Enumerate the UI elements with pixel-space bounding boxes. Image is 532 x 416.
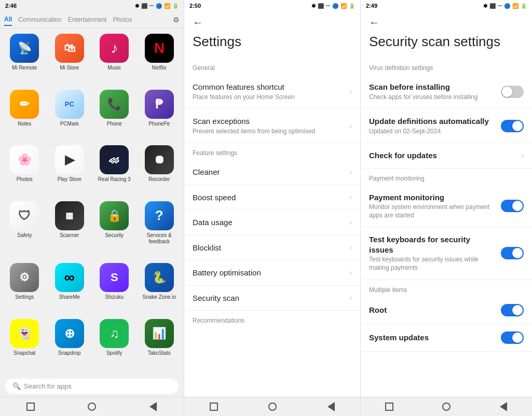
security-item-text: Test keyboards for security issues Test … xyxy=(369,234,496,272)
app-snake[interactable]: 🐍 Snake Zone.io xyxy=(139,263,180,315)
app-label-scanner: Scanner xyxy=(60,232,79,239)
toggle-knob xyxy=(512,201,523,211)
app-label-spotify: Spotify xyxy=(106,350,122,356)
settings-icon[interactable]: ⚙ xyxy=(173,16,180,24)
app-icon-safety: 🛡 xyxy=(10,201,39,230)
nav-back-button[interactable] xyxy=(148,401,158,412)
security-root: Root xyxy=(361,297,532,324)
search-bar[interactable]: 🔍 Search for apps xyxy=(5,379,179,394)
app-phonepe[interactable]: ₱ PhonePe xyxy=(139,90,180,142)
tab-communication[interactable]: Communication xyxy=(18,14,61,25)
settings-boost-speed[interactable]: Boost speed › xyxy=(184,185,360,211)
security-item-text: Payment monitoring Monitor system enviro… xyxy=(369,192,496,220)
security-content: ← Security scan settings Virus definitio… xyxy=(361,11,532,397)
app-safety[interactable]: 🛡 Safety xyxy=(4,201,45,259)
back-button-security[interactable]: ← xyxy=(361,11,532,31)
app-phone[interactable]: 📞 Phone xyxy=(94,90,135,142)
settings-data-usage[interactable]: Data usage › xyxy=(184,210,360,235)
settings-cleaner[interactable]: Cleaner › xyxy=(184,160,360,185)
settings-battery-optimisation[interactable]: Battery optimisation › xyxy=(184,260,360,286)
app-icon-phonepe: ₱ xyxy=(145,90,174,119)
nav-home-button-2[interactable] xyxy=(267,401,278,412)
tab-entertainment[interactable]: Entertainment xyxy=(68,14,107,25)
bottom-nav-1 xyxy=(0,397,184,416)
app-takostats[interactable]: 📊 TakoStats xyxy=(139,319,180,371)
app-mi-store[interactable]: 🛍 Mi Store xyxy=(49,34,90,86)
app-label-pcmark: PCMark xyxy=(60,121,79,127)
app-mi-remote[interactable]: 📡 Mi Remote xyxy=(4,34,45,86)
settings-item-subtitle: Place features on your Home Screen xyxy=(193,93,349,102)
app-label-services: Services & feedback xyxy=(139,232,180,245)
app-tabs: All Communication Entertainment Photos ⚙ xyxy=(0,11,184,29)
app-shareme[interactable]: ∞ ShareMe xyxy=(49,263,90,315)
nav-square-button-3[interactable] xyxy=(384,401,394,412)
panel-settings: 2:50 ✱⬛··· 🔵📶🔋 ← Settings General Common… xyxy=(184,0,361,416)
nav-square-button[interactable] xyxy=(25,401,36,412)
app-playstore[interactable]: ▶ Play Store xyxy=(49,145,90,197)
security-update-definitions: Update definitions automatically Updated… xyxy=(361,109,532,143)
toggle-test-keyboards[interactable] xyxy=(501,247,524,259)
toggle-payment-monitoring[interactable] xyxy=(501,200,524,212)
security-item-text: System updates xyxy=(369,332,496,343)
app-realracing[interactable]: 🏎 Real Racing 3 xyxy=(94,145,135,197)
app-icon-shizuku: S xyxy=(100,263,129,292)
app-spotify[interactable]: ♫ Spotify xyxy=(94,319,135,371)
app-icon-settings: ⚙ xyxy=(10,263,39,292)
security-item-subtitle: Test keyboards for security issues while… xyxy=(369,256,496,272)
app-icon-pcmark: PC xyxy=(55,90,84,119)
toggle-root[interactable] xyxy=(501,304,524,316)
app-music[interactable]: ♪ Music xyxy=(94,34,135,86)
nav-square-button-2[interactable] xyxy=(209,401,219,412)
toggle-scan-before-install[interactable] xyxy=(501,86,524,98)
app-label-realracing: Real Racing 3 xyxy=(98,176,131,183)
app-security[interactable]: 🔒 Security xyxy=(94,201,135,259)
app-settings[interactable]: ⚙ Settings xyxy=(4,263,45,315)
app-icon-netflix: N xyxy=(145,34,174,63)
search-placeholder: Search for apps xyxy=(24,382,72,390)
toggle-update-definitions[interactable] xyxy=(501,120,524,132)
app-services[interactable]: ? Services & feedback xyxy=(139,201,180,259)
toggle-system-updates[interactable] xyxy=(501,331,524,344)
toggle-knob xyxy=(512,121,523,131)
settings-common-features[interactable]: Common features shortcut Place features … xyxy=(184,75,360,109)
nav-back-button-3[interactable] xyxy=(498,401,509,412)
app-icon-phone: 📞 xyxy=(100,90,129,119)
app-notes[interactable]: ✏ Notes xyxy=(4,90,45,142)
security-item-subtitle: Updated on 02-Sept-2024 xyxy=(369,128,496,136)
app-photos[interactable]: 🌸 Photos xyxy=(4,145,45,197)
back-button-settings[interactable]: ← xyxy=(184,11,360,31)
nav-back-button-2[interactable] xyxy=(326,401,336,412)
search-bar-container: 🔍 Search for apps xyxy=(0,376,184,397)
nav-home-button[interactable] xyxy=(87,401,97,412)
tab-all[interactable]: All xyxy=(4,13,12,26)
app-icon-scanner: ▦ xyxy=(55,201,84,230)
chevron-right-icon: › xyxy=(349,87,352,96)
section-virus-def: Virus definition settings xyxy=(361,58,532,75)
tab-photos[interactable]: Photos xyxy=(113,14,132,25)
app-icon-takostats: 📊 xyxy=(145,319,174,348)
app-label-recorder: Recorder xyxy=(148,176,170,183)
app-netflix[interactable]: N Netflix xyxy=(139,34,180,86)
app-snapdrop[interactable]: ⊕ Snapdrop xyxy=(49,319,90,371)
app-icon-security: 🔒 xyxy=(100,201,129,230)
app-label-snake: Snake Zone.io xyxy=(143,294,176,300)
circle-icon xyxy=(268,403,277,411)
security-check-updates[interactable]: Check for updates › xyxy=(361,143,532,169)
section-recommendations: Recommendations xyxy=(184,311,360,327)
settings-scan-exceptions[interactable]: Scan exceptions Prevent selected items f… xyxy=(184,109,360,143)
nav-home-button-3[interactable] xyxy=(441,401,452,412)
chevron-right-icon: › xyxy=(349,218,352,227)
settings-item-text: Blocklist xyxy=(193,243,349,253)
app-pcmark[interactable]: PC PCMark xyxy=(49,90,90,142)
app-scanner[interactable]: ▦ Scanner xyxy=(49,201,90,259)
apps-grid: 📡 Mi Remote 🛍 Mi Store ♪ Music N Netflix… xyxy=(0,29,184,376)
app-shizuku[interactable]: S Shizuku xyxy=(94,263,135,315)
app-snapchat[interactable]: 👻 Snapchat xyxy=(4,319,45,371)
settings-item-title: Scan exceptions xyxy=(193,116,349,127)
section-feature: Feature settings xyxy=(184,143,360,160)
app-recorder[interactable]: ⏺ Recorder xyxy=(139,145,180,197)
settings-blocklist[interactable]: Blocklist › xyxy=(184,235,360,261)
settings-security-scan[interactable]: Security scan › xyxy=(184,286,360,311)
chevron-right-icon: › xyxy=(349,168,352,177)
app-label-security: Security xyxy=(105,232,124,239)
